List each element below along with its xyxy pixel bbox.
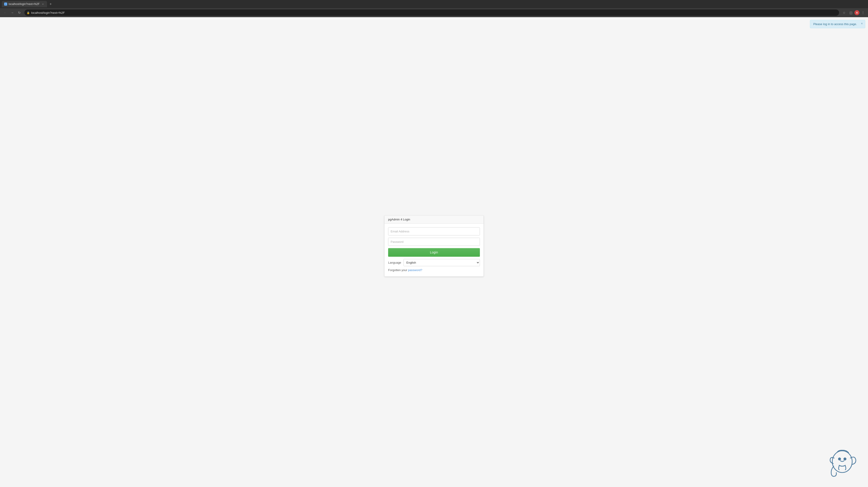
url-text: localhost/login?next=%2F <box>31 11 837 14</box>
login-card: pgAdmin 4 Login Login Language English F… <box>384 215 484 276</box>
lock-icon: 🔒 <box>27 11 30 14</box>
back-icon: ← <box>3 11 6 14</box>
menu-icon: ⋮ <box>862 11 865 14</box>
bookmark-button[interactable]: ☆ <box>841 9 847 16</box>
postgresql-logo <box>825 446 861 483</box>
new-tab-button[interactable]: + <box>48 1 53 7</box>
tab-title: localhost/login?next=%2F <box>8 2 40 6</box>
forgotten-prefix: Forgotten your <box>388 268 408 272</box>
browser-tab-bar: localhost/login?next=%2F × + <box>0 0 868 8</box>
language-row: Language English French German Spanish C… <box>388 259 480 266</box>
profile-avatar[interactable]: A <box>855 10 860 15</box>
extensions-button[interactable]: ◫ <box>848 9 854 16</box>
bookmark-icon: ☆ <box>843 11 846 14</box>
svg-point-3 <box>844 458 846 460</box>
svg-point-2 <box>838 458 841 460</box>
toast-notification: Please log in to access this page. × <box>810 20 865 28</box>
navigation-bar: ← → ↻ 🔒 localhost/login?next=%2F ☆ ◫ A ⋮ <box>0 8 868 17</box>
forward-icon: → <box>11 11 14 14</box>
forgotten-password-link[interactable]: password? <box>408 268 422 272</box>
password-input[interactable] <box>388 238 480 246</box>
forward-button[interactable]: → <box>9 9 16 16</box>
address-bar[interactable]: 🔒 localhost/login?next=%2F <box>24 9 839 16</box>
reload-button[interactable]: ↻ <box>16 9 23 16</box>
tab-close-button[interactable]: × <box>41 2 45 6</box>
toast-close-button[interactable]: × <box>861 22 863 25</box>
active-tab[interactable]: localhost/login?next=%2F × <box>2 1 47 7</box>
login-card-body: Login Language English French German Spa… <box>384 223 484 276</box>
language-label: Language <box>388 261 401 264</box>
nav-right-actions: ☆ ◫ A ⋮ <box>841 9 866 16</box>
extensions-icon: ◫ <box>849 11 852 14</box>
login-button[interactable]: Login <box>388 248 480 256</box>
forgotten-password-row: Forgotten your password? <box>388 268 480 273</box>
tab-favicon <box>4 2 7 6</box>
reload-icon: ↻ <box>18 11 21 14</box>
email-input[interactable] <box>388 227 480 235</box>
main-content: Please log in to access this page. × pgA… <box>0 17 868 487</box>
toast-message: Please log in to access this page. <box>813 22 857 26</box>
login-card-header: pgAdmin 4 Login <box>384 215 484 223</box>
login-card-title: pgAdmin 4 Login <box>388 218 410 221</box>
menu-button[interactable]: ⋮ <box>860 9 866 16</box>
back-button[interactable]: ← <box>2 9 8 16</box>
language-select[interactable]: English French German Spanish Chinese <box>403 259 480 266</box>
